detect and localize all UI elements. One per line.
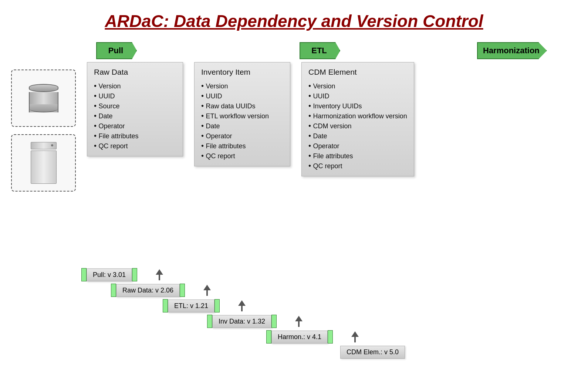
raw-data-list: Version UUID Source Date Operator File a… [94,81,176,151]
inv-item-8: QC report [201,151,283,161]
server-icon [31,142,57,184]
cdm-item-1: Version [308,81,407,91]
version-bar-row-cdm: CDM Elem.: v 5.0 [340,346,581,359]
pull-arrow: Pull [96,42,137,59]
cdm-list: Version UUID Inventory UUIDs Harmonizati… [308,81,407,171]
cdm-item-7: Operator [308,141,407,151]
sources-column [11,70,76,192]
inv-down-arrow [295,316,303,327]
inv-green-left [207,315,212,328]
page-title: ARDaC: Data Dependency and Version Contr… [11,7,577,31]
svg-marker-8 [351,331,359,337]
db-top [29,84,58,92]
svg-rect-9 [354,337,356,342]
svg-rect-7 [298,321,300,327]
harm-version-box: Harmon.: v 4.1 [271,331,328,344]
rawdata-version-box: Raw Data: v 2.06 [116,284,180,297]
svg-rect-3 [206,290,208,296]
svg-rect-1 [159,275,160,280]
cdm-item-4: Harmonization workflow version [308,111,407,121]
main-container: ARDaC: Data Dependency and Version Contr… [0,0,588,372]
etl-version-box: ETL: v 1.21 [168,300,214,312]
inv-item-2: UUID [201,91,283,101]
harm-green-right [328,330,333,344]
version-bars-section: Pull: v 3.01 Raw Data: v 2.06 ETL: v 1.2… [37,268,581,361]
version-bar-row-harm: Harmon.: v 4.1 [266,330,581,344]
pull-down-arrow [156,269,163,280]
svg-marker-4 [238,300,246,306]
pull-green-left [81,268,87,281]
harm-green-left [266,330,271,344]
inv-item-3: Raw data UUIDs [201,101,283,111]
svg-marker-6 [295,316,303,321]
cdm-item-3: Inventory UUIDs [308,101,407,111]
inv-item-4: ETL workflow version [201,111,283,121]
server-source-box [11,134,76,192]
database-source-box [11,70,76,127]
inventory-list: Version UUID Raw data UUIDs ETL workflow… [201,81,283,161]
cdm-version-box: CDM Elem.: v 5.0 [340,346,405,359]
harm-down-arrow [351,331,359,342]
etl-down-arrow [238,300,246,311]
version-bar-row-inv: Inv Data: v 1.32 [207,315,581,328]
inv-item-5: Date [201,121,283,131]
cdm-item-2: UUID [308,91,407,101]
inv-version-box: Inv Data: v 1.32 [212,315,271,328]
etl-arrow: ETL [300,42,340,59]
server-unit-top [31,142,57,149]
rawdata-green-left [111,284,116,297]
raw-data-item-5: Operator [94,121,176,131]
cdm-item-8: File attributes [308,151,407,161]
version-bar-row-pull: Pull: v 3.01 [81,268,581,281]
database-icon [29,84,58,112]
rawdata-green-right [180,284,185,297]
svg-marker-2 [203,285,211,290]
raw-data-item-4: Date [94,111,176,121]
inventory-title: Inventory Item [201,68,283,77]
pull-green-right [132,268,137,281]
pull-version-box: Pull: v 3.01 [87,268,132,281]
cdm-element-panel: CDM Element Version UUID Inventory UUIDs… [301,62,414,176]
raw-data-item-6: File attributes [94,131,176,141]
raw-data-item-2: UUID [94,91,176,101]
db-body [29,92,58,112]
raw-data-item-7: QC report [94,141,176,151]
inv-item-1: Version [201,81,283,91]
raw-data-item-1: Version [94,81,176,91]
etl-green-left [163,299,168,312]
etl-green-right [214,299,220,312]
cdm-title: CDM Element [308,68,407,77]
inv-item-7: File attributes [201,141,283,151]
server-body [31,151,57,184]
panels-row: Raw Data Version UUID Source Date Operat… [11,62,577,192]
version-bar-row-etl: ETL: v 1.21 [163,299,581,312]
cdm-item-6: Date [308,131,407,141]
raw-data-item-3: Source [94,101,176,111]
harmonization-arrow: Harmonization [477,42,547,59]
inventory-item-panel: Inventory Item Version UUID Raw data UUI… [194,62,290,166]
svg-marker-0 [156,269,163,275]
svg-rect-5 [241,306,243,311]
inv-green-right [271,315,277,328]
raw-data-title: Raw Data [94,68,176,77]
cdm-item-5: CDM version [308,121,407,131]
arrows-row: Pull ETL Harmonization [96,42,577,59]
version-bar-row-rawdata: Raw Data: v 2.06 [111,284,581,297]
inv-item-6: Operator [201,131,283,141]
raw-data-panel: Raw Data Version UUID Source Date Operat… [87,62,183,156]
rawdata-down-arrow [203,285,211,296]
cdm-item-9: QC report [308,161,407,171]
